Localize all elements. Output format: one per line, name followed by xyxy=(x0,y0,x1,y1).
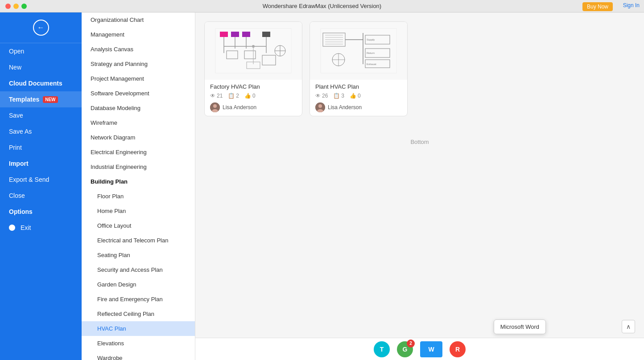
notification-badge: 2 xyxy=(407,340,415,348)
chevron-up-icon: ∧ xyxy=(626,323,631,330)
category-home-plan[interactable]: Home Plan xyxy=(82,204,195,218)
traffic-lights xyxy=(5,4,27,9)
sidebar-item-export-send[interactable]: Export & Send xyxy=(0,172,82,188)
author-avatar-factory-hvac xyxy=(210,102,220,112)
author-avatar-plant-hvac xyxy=(315,102,325,112)
exit-icon xyxy=(9,225,15,231)
sidebar-item-cloud-documents[interactable]: Cloud Documents xyxy=(0,75,82,91)
card-info-plant-hvac: Plant HVAC Plan 👁 26 📋 3 👍 0 xyxy=(310,80,407,116)
sidebar-item-exit[interactable]: Exit xyxy=(0,220,82,236)
bottom-label: Bottom xyxy=(204,130,635,154)
back-icon: ← xyxy=(37,24,45,32)
category-industrial-engineering[interactable]: Industrial Engineering xyxy=(82,160,195,174)
category-org-chart[interactable]: Organizational Chart xyxy=(82,12,195,27)
card-author-plant-hvac: Lisa Anderson xyxy=(315,102,402,112)
sign-in-button[interactable]: Sign In xyxy=(623,2,640,8)
category-electrical-engineering[interactable]: Electrical Engineering xyxy=(82,145,195,160)
sidebar-item-save[interactable]: Save xyxy=(0,107,82,123)
factory-hvac-preview xyxy=(213,26,293,75)
category-database-modeling[interactable]: Database Modeling xyxy=(82,101,195,115)
bottom-bar: T G 2 W R xyxy=(195,338,644,360)
card-preview-plant-hvac: Supply Return Exhaust xyxy=(310,22,407,80)
maximize-window-button[interactable] xyxy=(21,4,27,9)
category-reflected-ceiling[interactable]: Reflected Ceiling Plan xyxy=(82,307,195,321)
bottom-icon-red[interactable]: R xyxy=(450,341,466,357)
sidebar-item-close[interactable]: Close xyxy=(0,188,82,204)
views-stat: 👁 21 xyxy=(210,93,223,99)
bottom-icon-blue[interactable]: W xyxy=(420,341,442,357)
category-building-plan[interactable]: Building Plan xyxy=(82,174,195,189)
scroll-up-button[interactable]: ∧ xyxy=(622,320,635,333)
card-info-factory-hvac: Factory HVAC Plan 👁 21 📋 2 👍 0 xyxy=(205,80,302,116)
card-preview-factory-hvac xyxy=(205,22,302,80)
app-title: Wondershare EdrawMax (Unlicensed Version… xyxy=(263,3,381,9)
sidebar-item-options[interactable]: Options xyxy=(0,204,82,220)
sidebar-item-save-as[interactable]: Save As xyxy=(0,123,82,139)
category-seating-plan[interactable]: Seating Plan xyxy=(82,248,195,262)
template-card-factory-hvac[interactable]: Factory HVAC Plan 👁 21 📋 2 👍 0 xyxy=(204,21,302,116)
sidebar-item-templates[interactable]: Templates NEW xyxy=(0,91,82,107)
eye-icon: 👁 xyxy=(210,93,215,99)
sidebar-back[interactable]: ← xyxy=(0,12,82,43)
category-analysis-canvas[interactable]: Analysis Canvas xyxy=(82,42,195,57)
template-card-plant-hvac[interactable]: Supply Return Exhaust Plant HVAC Plan 👁 … xyxy=(310,21,408,116)
sidebar-item-open[interactable]: Open xyxy=(0,43,82,59)
sidebar-item-import[interactable]: Import xyxy=(0,155,82,172)
close-window-button[interactable] xyxy=(5,4,11,9)
category-hvac-plan[interactable]: HVAC Plan xyxy=(82,321,195,336)
category-security-access[interactable]: Security and Access Plan xyxy=(82,262,195,277)
new-badge: NEW xyxy=(43,96,58,103)
bottom-icon-cyan[interactable]: T xyxy=(374,341,390,357)
svg-text:Supply: Supply xyxy=(367,38,375,41)
titlebar: Wondershare EdrawMax (Unlicensed Version… xyxy=(0,0,644,12)
like-icon-plant: 👍 xyxy=(350,93,356,99)
sidebar: ← Open New Cloud Documents Templates NEW… xyxy=(0,12,82,360)
category-office-layout[interactable]: Office Layout xyxy=(82,218,195,233)
category-garden-design[interactable]: Garden Design xyxy=(82,277,195,292)
copy-icon: 📋 xyxy=(228,93,235,99)
category-network-diagram[interactable]: Network Diagram xyxy=(82,130,195,145)
likes-stat: 👍 0 xyxy=(244,93,256,99)
svg-text:Exhaust: Exhaust xyxy=(367,63,376,65)
category-wardrobe[interactable]: Wardrobe xyxy=(82,351,195,360)
category-panel: Organizational Chart Management Analysis… xyxy=(82,12,195,360)
svg-text:Return: Return xyxy=(367,52,375,54)
like-icon: 👍 xyxy=(244,93,251,99)
copies-stat: 📋 2 xyxy=(228,93,239,99)
eye-icon-plant: 👁 xyxy=(315,93,321,99)
author-name-plant-hvac: Lisa Anderson xyxy=(328,104,362,110)
card-stats-plant-hvac: 👁 26 📋 3 👍 0 xyxy=(315,93,402,99)
bottom-icon-green[interactable]: G 2 xyxy=(397,341,413,357)
views-stat-plant: 👁 26 xyxy=(315,93,328,99)
card-author-factory-hvac: Lisa Anderson xyxy=(210,102,297,112)
category-fire-emergency[interactable]: Fire and Emergency Plan xyxy=(82,292,195,307)
minimize-window-button[interactable] xyxy=(13,4,19,9)
svg-rect-2 xyxy=(231,32,239,37)
svg-rect-1 xyxy=(220,32,228,37)
sidebar-item-print[interactable]: Print xyxy=(0,139,82,155)
svg-rect-4 xyxy=(262,32,270,37)
template-cards-grid: Factory HVAC Plan 👁 21 📋 2 👍 0 xyxy=(204,21,635,116)
card-stats-factory-hvac: 👁 21 📋 2 👍 0 xyxy=(210,93,297,99)
author-name-factory-hvac: Lisa Anderson xyxy=(223,104,256,110)
main-content: Factory HVAC Plan 👁 21 📋 2 👍 0 xyxy=(195,12,644,360)
category-software-dev[interactable]: Software Development xyxy=(82,86,195,101)
sidebar-item-new[interactable]: New xyxy=(0,59,82,75)
card-title-factory-hvac: Factory HVAC Plan xyxy=(210,83,297,90)
copy-icon-plant: 📋 xyxy=(333,93,340,99)
copies-stat-plant: 📋 3 xyxy=(333,93,344,99)
card-title-plant-hvac: Plant HVAC Plan xyxy=(315,83,402,90)
svg-point-20 xyxy=(213,104,217,108)
category-management[interactable]: Management xyxy=(82,27,195,42)
category-floor-plan[interactable]: Floor Plan xyxy=(82,189,195,204)
category-elevations[interactable]: Elevations xyxy=(82,336,195,351)
svg-point-41 xyxy=(318,104,322,108)
buy-now-button[interactable]: Buy Now xyxy=(582,2,613,11)
category-strategy-planning[interactable]: Strategy and Planning xyxy=(82,57,195,71)
plant-hvac-preview: Supply Return Exhaust xyxy=(318,26,399,75)
category-project-management[interactable]: Project Management xyxy=(82,71,195,86)
category-wireframe[interactable]: Wireframe xyxy=(82,115,195,130)
ms-word-tooltip: Microsoft Word xyxy=(494,319,546,334)
category-electrical-telecom[interactable]: Electrical and Telecom Plan xyxy=(82,233,195,248)
back-button[interactable]: ← xyxy=(33,20,49,36)
